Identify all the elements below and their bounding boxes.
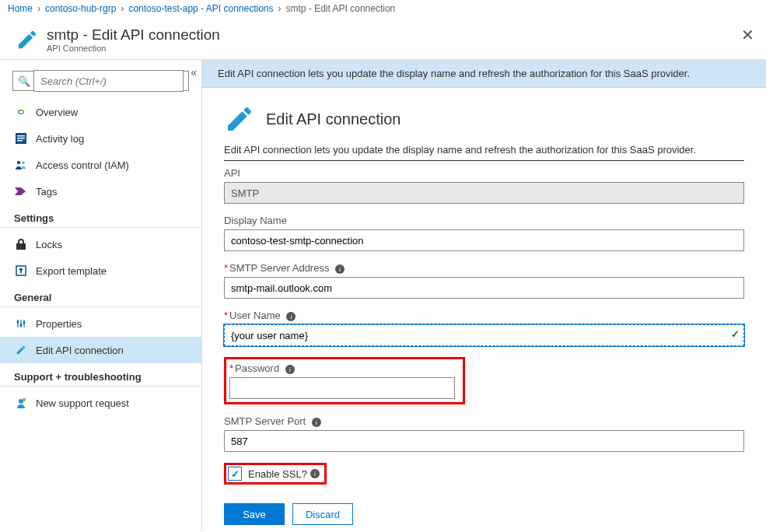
log-icon — [14, 131, 28, 145]
people-icon — [14, 158, 28, 172]
chevron-right-icon: › — [37, 3, 40, 14]
info-icon[interactable]: i — [285, 365, 295, 374]
check-icon: ✓ — [731, 328, 740, 340]
page-title: smtp - Edit API connection — [47, 26, 220, 44]
ssl-checkbox[interactable]: ✓ — [228, 467, 242, 481]
sidebar-item-overview[interactable]: Overview — [0, 99, 201, 125]
svg-rect-9 — [20, 320, 22, 327]
breadcrumb-item[interactable]: Home — [8, 3, 33, 14]
sidebar-item-access-control[interactable]: Access control (IAM) — [0, 152, 201, 178]
sidebar-section-support: Support + troubleshooting — [0, 363, 201, 387]
password-field[interactable] — [229, 377, 455, 399]
search-icon: 🔍 — [18, 75, 30, 87]
sidebar-item-locks[interactable]: Locks — [0, 231, 201, 257]
info-icon[interactable]: i — [335, 264, 345, 274]
sidebar-item-tags[interactable]: Tags — [0, 178, 201, 205]
close-button[interactable]: ✕ — [740, 28, 755, 44]
port-field[interactable] — [224, 430, 744, 452]
svg-point-5 — [22, 162, 25, 165]
sidebar: « 🔍 Overview Activity log Access control… — [0, 60, 202, 531]
form-heading: Edit API connection — [266, 110, 400, 128]
ssl-label: Enable SSL? — [248, 468, 307, 480]
info-banner: Edit API connection lets you update the … — [202, 60, 766, 88]
main-content: Edit API connection lets you update the … — [202, 60, 766, 531]
svg-point-15 — [23, 398, 26, 401]
chevron-right-icon: › — [278, 3, 282, 14]
sidebar-item-label: Overview — [36, 107, 78, 118]
server-label: *SMTP Server Address i — [224, 262, 744, 274]
svg-rect-1 — [17, 135, 25, 137]
breadcrumb-current: smtp - Edit API connection — [286, 3, 396, 14]
edit-icon — [16, 28, 39, 51]
sidebar-item-properties[interactable]: Properties — [0, 310, 201, 337]
svg-rect-2 — [17, 138, 25, 139]
edit-icon — [14, 343, 28, 357]
page-subtitle: API Connection — [47, 44, 220, 53]
sidebar-item-edit-api-connection[interactable]: Edit API connection — [0, 337, 201, 363]
tags-icon — [14, 184, 28, 198]
save-button[interactable]: Save — [224, 503, 285, 525]
port-label: SMTP Server Port i — [224, 415, 744, 427]
collapse-sidebar-button[interactable]: « — [191, 66, 197, 79]
displayname-field[interactable] — [224, 229, 744, 251]
sidebar-item-label: Activity log — [36, 133, 84, 145]
discard-button[interactable]: Discard — [292, 503, 353, 525]
breadcrumb-item[interactable]: contoso-test-app - API connections — [128, 3, 273, 14]
lock-icon — [14, 237, 28, 251]
properties-icon — [14, 317, 28, 331]
chevron-right-icon: › — [121, 3, 124, 14]
info-icon[interactable]: i — [286, 312, 296, 321]
sidebar-item-label: Locks — [36, 239, 62, 250]
sidebar-item-new-support-request[interactable]: New support request — [0, 390, 201, 416]
api-label: API — [224, 167, 744, 179]
info-icon[interactable]: i — [312, 418, 321, 427]
svg-point-11 — [17, 321, 19, 324]
sidebar-item-label: New support request — [36, 397, 129, 409]
blade-header: smtp - Edit API connection API Connectio… — [0, 17, 766, 60]
search-box[interactable]: 🔍 — [12, 71, 189, 91]
svg-rect-6 — [16, 243, 26, 250]
info-icon[interactable]: i — [310, 469, 320, 478]
sidebar-item-label: Export template — [36, 265, 107, 277]
highlight-password: *Password i — [224, 357, 465, 404]
server-field[interactable] — [224, 277, 744, 299]
form-description: Edit API connection lets you update the … — [224, 144, 744, 161]
username-label: *User Name i — [224, 310, 744, 321]
breadcrumb-item[interactable]: contoso-hub-rgrp — [45, 3, 116, 14]
support-icon — [14, 396, 28, 410]
sidebar-item-activity-log[interactable]: Activity log — [0, 125, 201, 152]
svg-point-12 — [20, 324, 23, 327]
sidebar-section-general: General — [0, 284, 201, 307]
svg-rect-3 — [17, 140, 23, 142]
sidebar-section-settings: Settings — [0, 205, 201, 228]
username-field[interactable] — [224, 324, 744, 346]
highlight-ssl: ✓ Enable SSL? i — [224, 463, 327, 485]
search-input[interactable] — [33, 70, 184, 92]
password-label: *Password i — [229, 362, 460, 374]
edit-icon — [224, 103, 255, 135]
api-field — [224, 182, 744, 204]
svg-rect-8 — [17, 320, 19, 327]
svg-point-13 — [23, 322, 26, 324]
sidebar-item-export-template[interactable]: Export template — [0, 257, 201, 284]
svg-point-4 — [17, 161, 20, 164]
export-icon — [14, 264, 28, 278]
sidebar-item-label: Access control (IAM) — [36, 159, 129, 171]
sidebar-item-label: Edit API connection — [36, 345, 124, 356]
displayname-label: Display Name — [224, 215, 744, 226]
breadcrumb: Home › contoso-hub-rgrp › contoso-test-a… — [0, 0, 766, 17]
sidebar-item-label: Tags — [36, 186, 57, 198]
sidebar-item-label: Properties — [36, 318, 82, 330]
link-icon — [14, 105, 28, 119]
